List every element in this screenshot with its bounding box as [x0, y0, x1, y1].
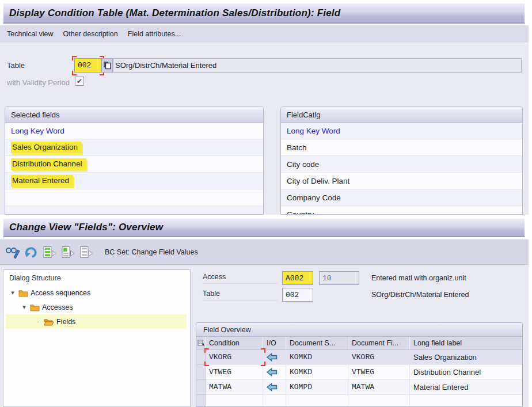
cell-document-field: MATWA — [348, 380, 410, 395]
selected-fields-panel: Selected fields Long Key Word Sales Orga… — [5, 106, 264, 215]
cell-io — [263, 365, 286, 380]
tree-item-accesses[interactable]: ▾ Accesses — [3, 300, 190, 314]
list-item-empty[interactable] — [5, 206, 263, 215]
undo-button[interactable] — [23, 245, 39, 260]
folder-closed-icon — [18, 289, 28, 297]
highlight-annotation: Distribution Channel — [11, 158, 86, 170]
catalog-field-label: Country — [287, 210, 314, 215]
value-help-button[interactable] — [101, 58, 113, 73]
selected-fields-header-label: Selected fields — [11, 111, 60, 119]
bc-set-label: BC Set: Change Field Values — [105, 248, 198, 256]
leaf-bullet-icon: · — [35, 318, 41, 325]
column-header-condition[interactable]: Condition — [206, 337, 263, 349]
column-header-document-field[interactable]: Document Fi... — [348, 337, 410, 349]
list-item[interactable]: Country — [281, 206, 522, 215]
window2-body: Dialog Structure ▾ Access sequences ▾ Ac… — [0, 265, 529, 407]
list-item[interactable]: Batch — [281, 139, 522, 156]
table-number-value: 002 — [78, 61, 91, 70]
table-row-empty[interactable] — [196, 395, 522, 407]
column-header-long-field-label[interactable]: Long field label — [410, 337, 522, 349]
table-row[interactable]: VKORG KOMKD VKORG Sales Organization — [196, 350, 522, 365]
folder-closed-icon — [30, 303, 40, 311]
change-view-fields-window: Change View "Fields": Overview — [0, 216, 532, 407]
window1-titlebar: Display Condition Table (Mat. Determinat… — [3, 3, 525, 24]
tree-item-access-sequences[interactable]: ▾ Access sequences — [3, 286, 190, 300]
window1-body: Table 002 SOrg/DistrCh/Material Entered … — [0, 43, 529, 215]
cell-text: MATWA — [352, 383, 374, 391]
tree-item-label: Access sequences — [31, 289, 90, 297]
deselect-all-button[interactable] — [78, 245, 94, 260]
value-help-icon — [103, 61, 111, 70]
cell-long-field-label: Sales Organization — [410, 350, 522, 365]
access-value: A002 — [286, 274, 303, 283]
tree-item-fields[interactable]: · Fields — [6, 314, 187, 329]
menu-item-technical-view[interactable]: Technical view — [7, 30, 54, 38]
select-all-button[interactable] — [41, 245, 58, 260]
list-item[interactable]: City of Deliv. Plant — [281, 173, 522, 189]
access-number-input[interactable]: 10 — [319, 271, 359, 285]
list-item[interactable]: Long Key Word — [281, 123, 522, 139]
chevron-down-icon[interactable]: ▾ — [9, 289, 16, 296]
cell-document-field: VTWEG — [348, 365, 410, 380]
cell-text: VKORG — [352, 353, 374, 362]
list-item[interactable]: Long Key Word — [5, 123, 263, 139]
window2-titlebar: Change View "Fields": Overview — [3, 218, 525, 237]
cell-text: KOMKD — [290, 353, 312, 362]
menu-item-field-attributes[interactable]: Field attributes... — [128, 30, 181, 38]
deselect-all-icon — [79, 246, 93, 258]
list-item[interactable]: Sales Organization — [5, 139, 263, 156]
table-label: Table — [203, 290, 278, 301]
list-item[interactable]: City code — [281, 156, 522, 173]
cell-empty — [348, 395, 410, 407]
window1-menubar: Technical view Other description Field a… — [0, 25, 529, 43]
row-selector[interactable] — [196, 350, 206, 365]
dialog-structure-header: Dialog Structure — [3, 270, 190, 286]
selected-field-label: Sales Organization — [12, 143, 78, 151]
list-item[interactable]: Company Code — [281, 189, 522, 206]
row-selector[interactable] — [196, 365, 206, 380]
table-select-all-button[interactable] — [196, 337, 206, 349]
catalog-field-label: Batch — [287, 143, 307, 152]
access-input[interactable]: A002 — [282, 271, 313, 285]
table-input[interactable]: 002 — [282, 288, 313, 302]
selected-field-label: Long Key Word — [11, 127, 64, 135]
column-header-label: I/O — [267, 339, 276, 347]
list-item-empty[interactable] — [5, 189, 263, 206]
validity-period-checkbox[interactable]: ✔ — [75, 77, 84, 86]
column-header-label: Document S... — [290, 339, 335, 347]
field-overview-title: Field Overview — [196, 323, 522, 337]
folder-open-icon — [44, 318, 54, 326]
arrow-left-icon — [267, 368, 278, 376]
column-header-io[interactable]: I/O — [263, 337, 286, 349]
list-item[interactable]: Distribution Channel — [5, 156, 263, 173]
menu-item-other-description[interactable]: Other description — [63, 30, 118, 38]
table-row[interactable]: MATWA KOMPD MATWA Material Entered — [196, 380, 522, 395]
cell-text: MATWA — [209, 383, 231, 391]
validity-period-label: with Validity Period — [7, 78, 70, 87]
tree-item-label: Accesses — [42, 303, 73, 311]
field-catalog-header: FieldCatlg — [281, 107, 522, 123]
highlight-annotation: Material Entered — [11, 175, 73, 187]
window2-title: Change View "Fields": Overview — [9, 222, 163, 233]
column-header-label: Condition — [209, 339, 240, 347]
catalog-field-label: City of Deliv. Plant — [287, 177, 349, 185]
select-all-icon — [43, 246, 56, 258]
list-item[interactable]: Material Entered — [5, 173, 263, 189]
column-header-document-structure[interactable]: Document S... — [286, 337, 348, 349]
display-condition-table-window: Display Condition Table (Mat. Determinat… — [0, 0, 532, 215]
cell-text: KOMPD — [290, 383, 312, 391]
cell-text: Distribution Channel — [413, 368, 481, 376]
table-description-text: SOrg/DistrCh/Material Entered — [115, 61, 216, 70]
row-selector[interactable] — [196, 395, 206, 407]
select-block-button[interactable] — [60, 245, 76, 260]
cell-document-field: VKORG — [348, 350, 410, 365]
chevron-down-icon[interactable]: ▾ — [21, 303, 28, 311]
arrow-left-icon — [267, 383, 278, 391]
table-number-input[interactable]: 002 — [74, 58, 101, 73]
display-change-button[interactable] — [5, 245, 21, 260]
dialog-structure-panel: Dialog Structure ▾ Access sequences ▾ Ac… — [3, 269, 191, 407]
row-selector[interactable] — [196, 380, 206, 395]
access-description: Entered matl with organiz.unit — [371, 274, 466, 282]
table-row[interactable]: VTWEG KOMKD VTWEG Distribution Channel — [196, 365, 522, 380]
cell-empty — [206, 395, 263, 407]
